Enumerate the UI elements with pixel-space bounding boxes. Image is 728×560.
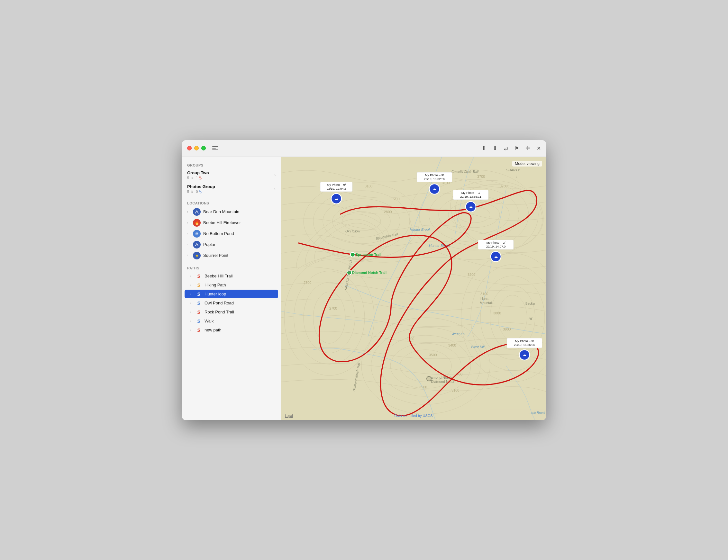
share-icon[interactable]: ⬆ [481, 145, 486, 152]
svg-text:22/19, 14:07:0: 22/19, 14:07:0 [486, 245, 506, 248]
move-icon[interactable]: ✛ [525, 145, 530, 152]
bear-den-name: Bear Den Mountain [203, 209, 239, 214]
svg-point-84 [466, 202, 476, 212]
locations-section-label: Locations [182, 199, 281, 206]
svg-text:⛰: ⛰ [494, 254, 498, 258]
svg-text:3900: 3900 [503, 327, 511, 331]
svg-point-27 [400, 350, 451, 382]
group-item-photos[interactable]: Photos Group 5 ⊕ 0 𝕊 › [182, 182, 281, 196]
minimize-button[interactable] [194, 146, 199, 150]
svg-point-18 [461, 253, 546, 382]
svg-point-8 [313, 191, 410, 252]
map-mode-badge: Mode: viewing [512, 161, 542, 167]
svg-text:22/19, 13:02:35: 22/19, 13:02:35 [424, 177, 445, 181]
svg-text:2800: 2800 [384, 210, 392, 214]
svg-rect-91 [478, 240, 514, 249]
squirrel-name: Squirrel Point [203, 253, 228, 258]
svg-point-31 [313, 292, 345, 343]
location-beebe-hill[interactable]: › 🔥 Beebe Hill Firetower [182, 217, 281, 228]
poplar-icon [193, 241, 201, 248]
svg-text:Spruceton Trail: Spruceton Trail [356, 253, 381, 257]
svg-text:My Photo – 9/: My Photo – 9/ [327, 183, 346, 186]
svg-text:3200: 3200 [464, 192, 472, 196]
download-icon[interactable]: ⬇ [493, 145, 497, 152]
svg-text:West Kill: West Kill [471, 345, 485, 349]
svg-point-74 [331, 194, 341, 204]
svg-text:3700: 3700 [500, 184, 507, 188]
new-path-icon: S [196, 327, 202, 333]
hiking-expand-icon: › [190, 283, 193, 287]
svg-point-30 [304, 282, 355, 353]
beebe-trail-name: Beebe Hill Trail [205, 274, 232, 278]
svg-text:3500: 3500 [429, 353, 437, 357]
location-squirrel[interactable]: › ★ Squirrel Point [182, 250, 281, 261]
new-path-name: new path [205, 328, 222, 332]
svg-text:...rrie Brook: ...rrie Brook [529, 411, 546, 415]
svg-text:3100: 3100 [442, 181, 450, 185]
location-bear-den[interactable]: › Bear Den Mountain [182, 206, 281, 217]
path-rock-pond[interactable]: › S Rock Pond Trail [185, 308, 278, 316]
svg-point-89 [491, 251, 501, 262]
location-no-bottom[interactable]: › ≈ No Bottom Pond [182, 228, 281, 239]
svg-text:Diamond Notch: Diamond Notch [431, 380, 455, 384]
svg-point-24 [371, 327, 480, 404]
walk-expand-icon: › [190, 319, 193, 323]
svg-point-12 [410, 170, 538, 260]
svg-point-14 [429, 187, 519, 242]
titlebar: ⬆ ⬇ ⇄ ⚑ ✛ ✕ [182, 140, 546, 157]
svg-text:3100: 3100 [451, 388, 459, 392]
path-new-path[interactable]: › S new path [185, 326, 278, 334]
group-item-two[interactable]: Group Two 5 ⊕ 1 𝕊 › [182, 168, 281, 182]
svg-point-7 [304, 183, 419, 260]
svg-text:3200: 3200 [468, 273, 475, 276]
path-owl-pond[interactable]: › S Owl Pond Road [185, 299, 278, 307]
svg-text:My Photo – 9/: My Photo – 9/ [425, 173, 444, 177]
svg-point-11 [342, 212, 381, 231]
svg-text:3400: 3400 [448, 343, 456, 347]
svg-text:Diamond Notch Trail: Diamond Notch Trail [352, 362, 361, 392]
hunter-icon: S [196, 291, 202, 297]
rock-pond-expand-icon: › [190, 310, 193, 314]
svg-text:Hunts: Hunts [480, 297, 489, 301]
svg-rect-86 [453, 190, 488, 200]
no-bottom-expand-icon: › [187, 232, 190, 235]
location-poplar[interactable]: › Poplar [182, 239, 281, 250]
svg-point-19 [471, 265, 546, 371]
flag-icon[interactable]: ⚑ [514, 145, 519, 151]
svg-text:Mountai...: Mountai... [480, 301, 495, 305]
photos-group-count: 5 ⊕ [187, 190, 193, 194]
photos-group-info: Photos Group 5 ⊕ 0 𝕊 [187, 184, 274, 194]
photos-group-name: Photos Group [187, 184, 274, 189]
beebe-hill-icon: 🔥 [193, 219, 201, 227]
photos-group-chevron: › [274, 187, 276, 191]
svg-text:⛰: ⛰ [523, 353, 526, 357]
path-walk[interactable]: › S Walk [185, 317, 278, 325]
map-legal[interactable]: Legal [285, 414, 293, 418]
owl-expand-icon: › [190, 301, 193, 305]
svg-point-28 [284, 260, 374, 375]
path-hunter-loop[interactable]: › S Hunter loop [185, 290, 278, 298]
svg-text:⛰: ⛰ [469, 204, 473, 208]
svg-text:Camel's Chair Trail: Camel's Chair Trail [451, 170, 479, 174]
sidebar-toggle[interactable] [212, 146, 218, 150]
svg-text:22/19, 12:04:2: 22/19, 12:04:2 [327, 187, 346, 190]
close-icon[interactable]: ✕ [537, 145, 541, 151]
svg-point-29 [294, 271, 365, 364]
rock-pond-icon: S [196, 309, 202, 315]
path-hiking-path[interactable]: › S Hiking Path [185, 281, 278, 289]
close-button[interactable] [187, 146, 192, 150]
swap-icon[interactable]: ⇄ [504, 145, 508, 151]
svg-text:SHANTY: SHANTY [506, 168, 520, 172]
svg-text:3700: 3700 [477, 175, 485, 178]
svg-point-16 [448, 202, 500, 228]
svg-point-9 [323, 199, 400, 244]
svg-text:Diamond Notch Trail: Diamond Notch Trail [352, 271, 387, 275]
svg-point-15 [439, 195, 509, 234]
titlebar-actions: ⬆ ⬇ ⇄ ⚑ ✛ ✕ [481, 145, 541, 152]
poplar-expand-icon: › [187, 243, 190, 246]
maximize-button[interactable] [201, 146, 206, 150]
map-area[interactable]: 2800 2900 3100 3100 3200 3700 3700 3200 … [281, 157, 546, 420]
path-beebe-hill-trail[interactable]: › S Beebe Hill Trail [185, 272, 278, 280]
svg-rect-81 [417, 172, 452, 182]
svg-text:SPRUCETON ROAD: SPRUCETON ROAD [344, 260, 353, 290]
